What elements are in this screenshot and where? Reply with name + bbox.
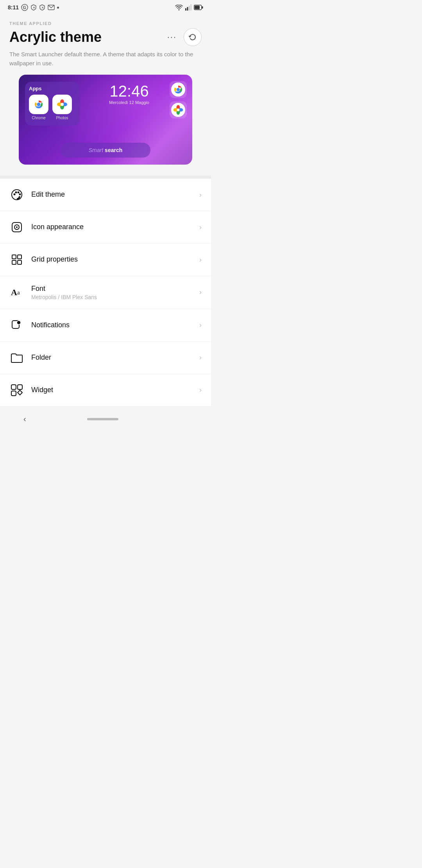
- status-bar: 8:11 G ✕ ✕: [0, 0, 211, 13]
- svg-text:a: a: [17, 289, 20, 296]
- edit-theme-icon-wrap: [9, 187, 24, 202]
- palette-icon: [11, 189, 23, 201]
- mail-icon: [48, 5, 55, 10]
- icon-appearance-label: Icon appearance: [31, 223, 196, 231]
- folder-icons-row: Chrome: [29, 95, 76, 120]
- menu-item-icon-appearance[interactable]: Icon appearance ›: [0, 211, 211, 244]
- photos-icon: [52, 95, 72, 114]
- font-icon-wrap: A a: [9, 285, 24, 300]
- svg-rect-43: [18, 260, 21, 264]
- theme-description: The Smart Launcher default theme. A them…: [9, 50, 202, 68]
- chrome-app: Chrome: [29, 95, 48, 120]
- refresh-button[interactable]: [184, 28, 202, 46]
- svg-rect-8: [189, 6, 190, 11]
- grid-icon-wrap: [9, 252, 24, 267]
- svg-text:✕: ✕: [41, 6, 44, 9]
- svg-rect-9: [191, 4, 192, 11]
- grid-properties-text: Grid properties: [31, 255, 196, 264]
- svg-point-16: [37, 103, 41, 106]
- status-icons-right: [175, 4, 203, 11]
- right-chrome-icon: [170, 81, 187, 98]
- shield-icon: ✕: [30, 4, 37, 11]
- preview-folder: Apps: [25, 82, 80, 126]
- photos-label: Photos: [56, 116, 68, 120]
- folder-icon-wrap: [9, 350, 24, 365]
- status-time-area: 8:11 G ✕ ✕: [8, 4, 59, 11]
- menu-item-widget[interactable]: Widget ›: [0, 374, 211, 407]
- menu-item-notifications[interactable]: Notifications ›: [0, 309, 211, 342]
- refresh-icon: [188, 33, 197, 41]
- search-label-italic: Smart: [89, 147, 103, 153]
- svg-rect-40: [12, 255, 16, 259]
- shield2-icon: ✕: [39, 4, 45, 11]
- widget-text: Widget: [31, 386, 196, 395]
- theme-applied-label: THEME APPLIED: [9, 21, 202, 26]
- right-photos-icon: [170, 101, 187, 118]
- preview-search: Smart search: [61, 143, 150, 158]
- svg-marker-51: [18, 390, 22, 395]
- svg-point-39: [16, 226, 18, 228]
- header-section: THEME APPLIED Acrylic theme ··· The Smar…: [0, 13, 211, 165]
- svg-point-25: [177, 88, 180, 91]
- notifications-icon-wrap: [9, 318, 24, 333]
- notifications-icon: [11, 319, 23, 331]
- svg-rect-49: [18, 385, 22, 389]
- clock-time: 12:46: [109, 83, 149, 99]
- menu-item-grid-properties[interactable]: Grid properties ›: [0, 244, 211, 276]
- menu-item-font[interactable]: A a Font Metropolis / IBM Plex Sans ›: [0, 276, 211, 309]
- svg-rect-12: [202, 6, 203, 9]
- folder-icon: [11, 352, 23, 363]
- notifications-label: Notifications: [31, 321, 196, 330]
- svg-point-47: [17, 321, 21, 325]
- edit-theme-chevron: ›: [199, 191, 202, 199]
- icon-appearance-chevron: ›: [199, 223, 202, 231]
- folder-label-menu: Folder: [31, 353, 196, 362]
- font-label: Font: [31, 285, 196, 293]
- notifications-chevron: ›: [199, 321, 202, 329]
- notifications-text: Notifications: [31, 321, 196, 330]
- menu-list: Edit theme › Icon appearance ›: [0, 179, 211, 407]
- preview-clock: 12:46 Mercoledì 12 Maggio: [109, 83, 149, 105]
- svg-point-36: [19, 194, 21, 195]
- grid-properties-label: Grid properties: [31, 255, 196, 264]
- icon-appearance-icon: [11, 221, 23, 233]
- icon-appearance-text: Icon appearance: [31, 223, 196, 231]
- preview-right-icons: [170, 81, 187, 118]
- back-button[interactable]: ‹: [23, 414, 26, 423]
- svg-rect-6: [185, 8, 186, 11]
- widget-label: Widget: [31, 386, 196, 395]
- photos-app: Photos: [52, 95, 72, 120]
- theme-title: Acrylic theme: [9, 29, 102, 45]
- svg-point-31: [177, 109, 180, 111]
- nav-pill: [87, 418, 118, 420]
- section-divider: [0, 176, 211, 179]
- svg-text:G: G: [23, 5, 27, 10]
- preview-card: Apps: [19, 75, 192, 165]
- theme-title-row: Acrylic theme ···: [9, 28, 202, 46]
- clock-date: Mercoledì 12 Maggio: [109, 100, 149, 105]
- svg-point-35: [18, 192, 20, 194]
- bottom-nav-bar: ‹: [0, 407, 211, 432]
- svg-rect-42: [12, 260, 16, 264]
- chrome-label: Chrome: [32, 116, 46, 120]
- search-label-bold: search: [105, 147, 122, 153]
- wifi-icon: [175, 5, 183, 11]
- menu-item-edit-theme[interactable]: Edit theme ›: [0, 179, 211, 211]
- menu-item-folder[interactable]: Folder ›: [0, 342, 211, 374]
- svg-point-5: [179, 9, 180, 10]
- font-text: Font Metropolis / IBM Plex Sans: [31, 285, 196, 300]
- svg-point-22: [61, 103, 64, 106]
- svg-rect-50: [11, 391, 16, 396]
- svg-point-34: [15, 192, 17, 194]
- font-icon: A a: [11, 287, 23, 298]
- font-sublabel: Metropolis / IBM Plex Sans: [31, 294, 196, 300]
- edit-theme-text: Edit theme: [31, 190, 196, 199]
- svg-rect-41: [18, 255, 21, 259]
- more-options-button[interactable]: ···: [164, 31, 180, 43]
- folder-text: Folder: [31, 353, 196, 362]
- svg-rect-7: [187, 7, 188, 11]
- svg-point-33: [14, 194, 16, 195]
- dot-indicator: [57, 7, 59, 9]
- google-icon: G: [21, 4, 28, 11]
- font-chevron: ›: [199, 288, 202, 296]
